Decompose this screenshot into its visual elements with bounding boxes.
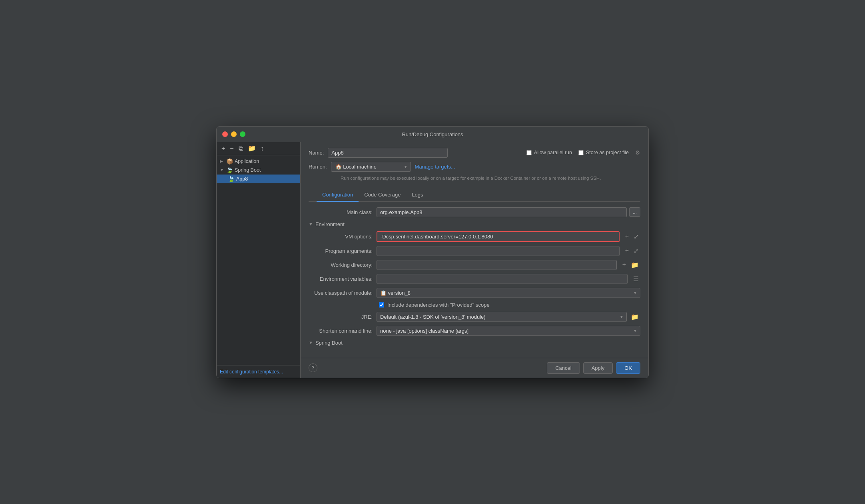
jre-row: JRE: Default (azul-1.8 - SDK of 'version… bbox=[309, 312, 640, 322]
jre-label: JRE: bbox=[309, 314, 373, 320]
maximize-button[interactable] bbox=[240, 131, 245, 137]
store-as-project-label: Store as project file bbox=[586, 150, 629, 155]
working-dir-input[interactable] bbox=[377, 260, 617, 270]
edit-templates-link[interactable]: Edit configuration templates... bbox=[220, 369, 283, 375]
runon-hint: Run configurations may be executed local… bbox=[309, 176, 640, 182]
app8-label: App8 bbox=[236, 176, 248, 182]
env-vars-edit-button[interactable]: ☰ bbox=[632, 274, 640, 284]
spring-boot-section-label: Spring Boot bbox=[315, 340, 343, 346]
program-args-input[interactable] bbox=[377, 246, 620, 256]
sidebar-item-app8[interactable]: 🍃 App8 bbox=[217, 175, 300, 183]
cancel-button[interactable]: Cancel bbox=[547, 362, 580, 374]
gear-icon[interactable]: ⚙ bbox=[635, 149, 640, 156]
include-deps-row: Include dependencies with "Provided" sco… bbox=[309, 302, 640, 308]
sidebar-footer: Edit configuration templates... bbox=[217, 365, 300, 378]
tab-code-coverage[interactable]: Code Coverage bbox=[359, 189, 406, 202]
name-left: Name: bbox=[309, 148, 448, 158]
working-dir-browse-button[interactable]: 📁 bbox=[629, 260, 640, 270]
allow-parallel-checkbox-group[interactable]: Allow parallel run bbox=[526, 150, 572, 155]
sidebar-item-springboot[interactable]: ▼ 🍃 Spring Boot bbox=[217, 166, 300, 175]
program-args-add-button[interactable]: + bbox=[624, 246, 630, 255]
sidebar-item-application[interactable]: ▶ 📦 Application bbox=[217, 157, 300, 166]
main-content: + − ⧉ 📁 ↕ ▶ 📦 Application ▼ 🍃 Spring Boo… bbox=[217, 142, 648, 378]
runon-row: Run on: 🏠 Local machine ▼ Manage targets… bbox=[309, 162, 640, 172]
vm-options-label: VM options: bbox=[309, 234, 373, 240]
env-vars-label: Environment variables: bbox=[309, 276, 373, 282]
config-body: Main class: ... ▼ Environment VM options… bbox=[301, 202, 648, 358]
main-class-input-group: ... bbox=[377, 207, 640, 217]
manage-targets-link[interactable]: Manage targets... bbox=[415, 164, 455, 170]
main-class-label: Main class: bbox=[309, 209, 373, 215]
footer-left: ? bbox=[309, 363, 317, 372]
environment-section-header[interactable]: ▼ Environment bbox=[309, 221, 640, 227]
title-bar: Run/Debug Configurations bbox=[217, 127, 648, 142]
allow-parallel-checkbox[interactable] bbox=[526, 150, 532, 155]
vm-options-input[interactable] bbox=[377, 231, 620, 242]
working-dir-row: Working directory: + 📁 bbox=[309, 260, 640, 270]
application-icon: 📦 bbox=[226, 158, 233, 165]
dialog-title: Run/Debug Configurations bbox=[402, 131, 463, 137]
program-args-expand-button[interactable]: ⤢ bbox=[632, 246, 640, 256]
sidebar: + − ⧉ 📁 ↕ ▶ 📦 Application ▼ 🍃 Spring Boo… bbox=[217, 142, 301, 378]
env-vars-input[interactable] bbox=[377, 274, 628, 284]
copy-config-button[interactable]: ⧉ bbox=[237, 145, 245, 153]
tabs: Configuration Code Coverage Logs bbox=[309, 189, 640, 202]
ok-button[interactable]: OK bbox=[616, 362, 640, 374]
classpath-select[interactable]: 📋 version_8 bbox=[377, 288, 640, 298]
tab-configuration[interactable]: Configuration bbox=[317, 189, 359, 202]
shorten-cmd-select[interactable]: none - java [options] className [args] bbox=[377, 326, 640, 336]
name-label: Name: bbox=[309, 150, 324, 156]
right-panel: Name: Allow parallel run Store as projec… bbox=[301, 142, 648, 378]
app8-icon: 🍃 bbox=[228, 176, 235, 182]
jre-dropdown-wrapper: Default (azul-1.8 - SDK of 'version_8' m… bbox=[377, 312, 627, 322]
env-vars-row: Environment variables: ☰ bbox=[309, 274, 640, 284]
classpath-row: Use classpath of module: 📋 version_8 ▼ bbox=[309, 288, 640, 298]
store-as-project-checkbox-group[interactable]: Store as project file bbox=[578, 150, 629, 155]
spring-boot-chevron-icon: ▼ bbox=[309, 340, 313, 345]
env-vars-actions: ☰ bbox=[632, 274, 640, 284]
traffic-lights bbox=[222, 131, 245, 137]
sidebar-tree: ▶ 📦 Application ▼ 🍃 Spring Boot 🍃 App8 bbox=[217, 155, 300, 365]
shorten-cmd-label: Shorten command line: bbox=[309, 328, 373, 334]
main-class-browse-button[interactable]: ... bbox=[629, 207, 640, 217]
jre-select[interactable]: Default (azul-1.8 - SDK of 'version_8' m… bbox=[377, 312, 627, 322]
program-args-label: Program arguments: bbox=[309, 248, 373, 254]
springboot-icon: 🍃 bbox=[226, 167, 233, 173]
runon-dropdown[interactable]: 🏠 Local machine bbox=[331, 162, 411, 172]
working-dir-add-button[interactable]: + bbox=[621, 260, 628, 269]
allow-parallel-label: Allow parallel run bbox=[534, 150, 572, 155]
add-config-button[interactable]: + bbox=[220, 145, 227, 153]
application-label: Application bbox=[235, 159, 259, 164]
name-right: Allow parallel run Store as project file… bbox=[526, 149, 640, 156]
include-deps-checkbox[interactable] bbox=[379, 302, 384, 308]
footer-buttons: ? Cancel Apply OK bbox=[301, 358, 648, 378]
classpath-label: Use classpath of module: bbox=[309, 290, 373, 296]
main-class-input[interactable] bbox=[377, 207, 627, 217]
vm-options-actions: + ⤢ bbox=[624, 232, 640, 241]
name-input[interactable] bbox=[328, 148, 448, 158]
store-as-project-checkbox[interactable] bbox=[578, 150, 584, 155]
close-button[interactable] bbox=[222, 131, 228, 137]
vm-options-expand-button[interactable]: ⤢ bbox=[632, 232, 640, 241]
chevron-right-icon: ▶ bbox=[220, 159, 225, 163]
help-button[interactable]: ? bbox=[309, 363, 317, 372]
jre-browse-button[interactable]: 📁 bbox=[629, 312, 640, 321]
tab-logs[interactable]: Logs bbox=[406, 189, 429, 202]
working-dir-actions: + 📁 bbox=[621, 260, 640, 270]
classpath-select-wrapper: 📋 version_8 ▼ bbox=[377, 288, 640, 298]
spring-boot-section-header[interactable]: ▼ Spring Boot bbox=[309, 340, 640, 346]
name-row: Name: Allow parallel run Store as projec… bbox=[309, 148, 640, 158]
minimize-button[interactable] bbox=[231, 131, 237, 137]
program-args-actions: + ⤢ bbox=[624, 246, 640, 256]
remove-config-button[interactable]: − bbox=[228, 145, 235, 153]
sort-config-button[interactable]: ↕ bbox=[259, 145, 265, 153]
working-dir-label: Working directory: bbox=[309, 262, 373, 268]
apply-button[interactable]: Apply bbox=[583, 362, 613, 374]
sidebar-toolbar: + − ⧉ 📁 ↕ bbox=[217, 142, 300, 155]
runon-select-wrapper: 🏠 Local machine ▼ bbox=[331, 162, 411, 172]
chevron-down-icon: ▼ bbox=[220, 168, 225, 172]
vm-options-row: VM options: + ⤢ bbox=[309, 231, 640, 242]
shorten-cmd-row: Shorten command line: none - java [optio… bbox=[309, 326, 640, 336]
vm-options-add-button[interactable]: + bbox=[624, 232, 630, 241]
folder-config-button[interactable]: 📁 bbox=[246, 145, 257, 153]
